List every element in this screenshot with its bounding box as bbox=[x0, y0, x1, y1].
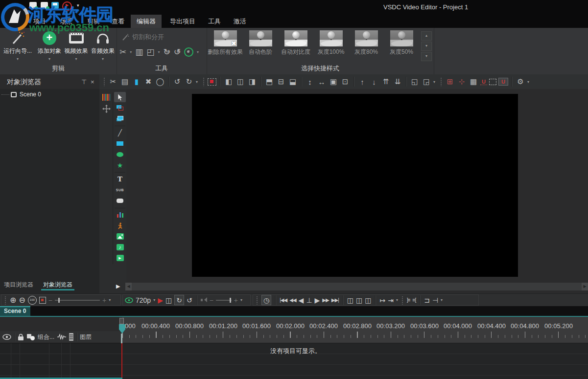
menu-clip[interactable]: 剪辑 bbox=[87, 15, 100, 28]
free-shape-tool[interactable]: ★ bbox=[114, 160, 126, 170]
units-button[interactable]: U bbox=[480, 79, 487, 85]
toolbar-handle[interactable] bbox=[256, 296, 258, 305]
ungroup-button[interactable]: ◲ bbox=[422, 77, 431, 86]
align-left-button[interactable]: ◧ bbox=[224, 77, 234, 86]
zoom-caret-icon[interactable]: ▾ bbox=[109, 298, 111, 302]
run-wizard-button[interactable]: 运行向导... ▾ bbox=[1, 29, 34, 64]
jump-out-button[interactable]: ⇥ bbox=[388, 296, 394, 304]
volume-slider-thumb[interactable] bbox=[230, 298, 231, 303]
toolbar-handle[interactable] bbox=[401, 296, 403, 305]
scene-tab[interactable]: Scene 0 bbox=[0, 306, 30, 316]
speaker-muted-icon[interactable] bbox=[201, 297, 207, 303]
play-button[interactable]: ▶ bbox=[315, 296, 320, 304]
add-video-tool[interactable]: ▶ bbox=[114, 253, 126, 263]
styles-more-button[interactable]: ▾ bbox=[421, 52, 432, 61]
ellipse-tool[interactable] bbox=[114, 149, 126, 159]
speed-icon[interactable] bbox=[184, 47, 193, 57]
tab-project-browser[interactable]: 项目浏览器 bbox=[2, 280, 35, 290]
expand-tools-icon[interactable]: ▶ bbox=[116, 283, 120, 290]
move-tool-icon[interactable] bbox=[102, 105, 111, 113]
zoom-slider[interactable] bbox=[55, 300, 100, 301]
undo-button[interactable]: ↺ bbox=[172, 77, 182, 86]
playhead-handle[interactable] bbox=[119, 318, 124, 324]
move-down-button[interactable]: ↓ bbox=[369, 78, 379, 86]
zoom-slider-thumb[interactable] bbox=[58, 298, 60, 303]
toolbar-handle[interactable] bbox=[440, 77, 442, 86]
group-shapes-icon[interactable] bbox=[27, 334, 35, 340]
visibility-eye-icon[interactable] bbox=[2, 334, 11, 340]
send-to-back-button[interactable]: ⇊ bbox=[393, 77, 402, 86]
menu-export[interactable]: 导出项目 bbox=[170, 15, 195, 28]
align-center-v-button[interactable]: ⊟ bbox=[276, 77, 286, 86]
zoom-minus-label[interactable]: − bbox=[48, 296, 52, 304]
fit-height-button[interactable]: ↕ bbox=[305, 78, 315, 86]
preview-play-button[interactable]: ▶ bbox=[158, 296, 163, 304]
frame-view-2-button[interactable]: ◫ bbox=[356, 296, 362, 304]
cursor-tool[interactable] bbox=[114, 92, 126, 102]
scene-tree-item[interactable]: Scene 0 bbox=[0, 90, 41, 98]
record-button[interactable]: ◯ bbox=[155, 77, 165, 86]
rectangle-tool[interactable] bbox=[114, 138, 126, 149]
delete-button[interactable]: ✖ bbox=[143, 77, 153, 86]
edge-right-button[interactable]: ≡[ bbox=[413, 297, 416, 303]
zoom-100-button[interactable]: 100 bbox=[28, 296, 37, 305]
cut-split-button[interactable]: 切割和分开 bbox=[121, 33, 164, 42]
volume-plus-label[interactable]: + bbox=[234, 296, 238, 304]
menu-tools[interactable]: 工具 bbox=[208, 15, 221, 28]
frame-preview-button[interactable]: ◫ bbox=[165, 296, 172, 304]
new-project-icon[interactable] bbox=[29, 2, 37, 9]
close-panel-icon[interactable]: × bbox=[91, 78, 94, 86]
align-top-button[interactable]: ⬒ bbox=[264, 77, 274, 86]
scissors-icon[interactable]: ✂ bbox=[119, 47, 126, 57]
set-marker-button[interactable]: ⊥ bbox=[306, 296, 312, 304]
redo-button[interactable]: ↻ bbox=[184, 77, 194, 86]
jump-caret-icon[interactable]: ▾ bbox=[396, 298, 398, 302]
menu-scene[interactable]: 场景 bbox=[60, 15, 73, 28]
selection-frame-button[interactable] bbox=[489, 79, 496, 85]
copy-button[interactable]: ▤ bbox=[120, 77, 130, 86]
tab-object-browser[interactable]: 对象浏览器 bbox=[41, 280, 74, 290]
edge-left-button[interactable]: ]≡ bbox=[407, 297, 410, 303]
bring-to-front-button[interactable]: ⇈ bbox=[381, 77, 391, 86]
line-tool[interactable]: ╱ bbox=[114, 128, 126, 138]
volume-caret-icon[interactable]: ▾ bbox=[240, 298, 242, 302]
cut-button[interactable]: ✂ bbox=[108, 77, 118, 86]
fast-forward-button[interactable]: ▶▶ bbox=[322, 297, 329, 303]
settings-gear-button[interactable]: ⚙ bbox=[516, 77, 525, 86]
trim-end-button[interactable]: ⊣ bbox=[432, 296, 438, 304]
zoom-out-button[interactable]: ⊖ bbox=[19, 295, 25, 305]
waveform-icon[interactable] bbox=[57, 334, 66, 340]
menu-project[interactable]: 项目 bbox=[33, 15, 46, 28]
settings-caret-icon[interactable]: ▾ bbox=[527, 80, 531, 84]
styles-scroll-down-button[interactable]: ▾ bbox=[421, 42, 432, 51]
trim-start-button[interactable]: ⊐ bbox=[424, 296, 430, 304]
pin-icon[interactable]: ⊤ bbox=[81, 78, 87, 86]
timeline-ruler[interactable]: 000 00:00.400 00:00.800 00:01.200 00:01.… bbox=[122, 317, 588, 343]
volume-slider[interactable] bbox=[216, 300, 232, 301]
previous-frame-button[interactable]: ◀ bbox=[299, 296, 304, 304]
crop-caret-icon[interactable]: ▾ bbox=[158, 50, 160, 54]
select-all-button[interactable] bbox=[208, 78, 216, 86]
group-button[interactable]: ◱ bbox=[410, 77, 420, 86]
snap-to-point-button[interactable]: ⊹ bbox=[457, 77, 467, 86]
export-play-icon[interactable]: ▶ bbox=[62, 1, 72, 11]
razor-icon[interactable]: ▥ bbox=[135, 47, 143, 57]
size-to-content-button[interactable]: ⊡ bbox=[340, 77, 350, 86]
style-grayscale-80[interactable]: 灰度80% bbox=[349, 30, 384, 56]
histogram-icon[interactable] bbox=[102, 94, 110, 101]
open-project-icon[interactable] bbox=[41, 2, 48, 9]
group-caret-icon[interactable]: ▾ bbox=[433, 80, 437, 84]
go-to-end-button[interactable]: ▶▶| bbox=[331, 297, 339, 303]
loop-toggle-active[interactable]: ↻ bbox=[174, 295, 184, 305]
menu-editor[interactable]: 编辑器 bbox=[131, 15, 162, 28]
styles-scroll-up-button[interactable]: ▴ bbox=[421, 31, 432, 41]
scroll-right-button[interactable]: ▶ bbox=[582, 283, 588, 290]
scroll-left-button[interactable]: ◀ bbox=[125, 283, 132, 290]
combine-label[interactable]: 组合... bbox=[38, 333, 54, 341]
paste-button[interactable]: ▮ bbox=[132, 77, 141, 86]
toolbar-handle[interactable] bbox=[103, 77, 105, 86]
frame-view-3-button[interactable]: ◫ bbox=[365, 296, 371, 304]
crop-icon[interactable]: ◰ bbox=[146, 47, 154, 57]
add-object-button[interactable]: + 添加对象 ▾ bbox=[36, 29, 63, 64]
duplicate-tool[interactable] bbox=[114, 113, 126, 124]
